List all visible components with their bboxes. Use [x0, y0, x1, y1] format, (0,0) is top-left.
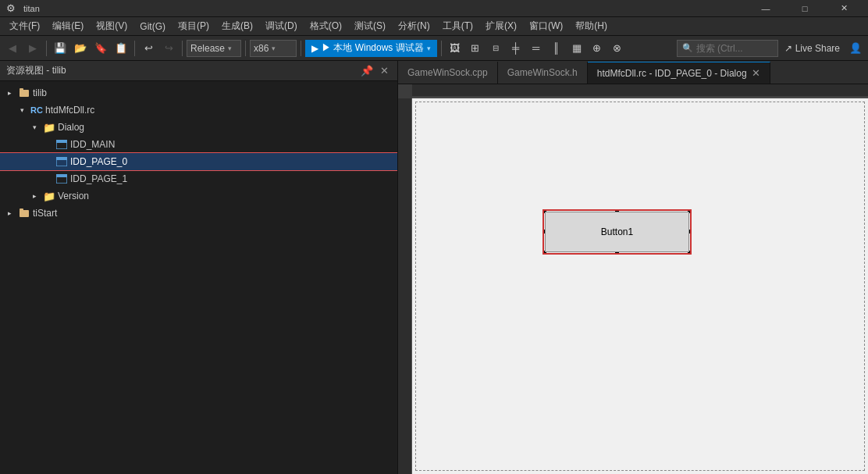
maximize-button[interactable]: □: [787, 0, 823, 17]
tistart-icon: [18, 207, 30, 219]
right-panel: GameWinSock.cpp GameWinSock.h htdMfcDll.…: [398, 61, 868, 474]
toolbar-icon-12[interactable]: ⊗: [608, 39, 627, 58]
toolbar-icon-5[interactable]: ⊞: [466, 39, 485, 58]
idd-page-1-label: IDD_PAGE_1: [70, 173, 127, 184]
live-share-label: Live Share: [795, 43, 840, 54]
toolbar-sep-1: [46, 41, 47, 56]
menu-file[interactable]: 文件(F): [3, 18, 46, 34]
toolbar-icon-10[interactable]: ▦: [567, 39, 586, 58]
tree-item-idd-page-0[interactable]: ▸ IDD_PAGE_0: [0, 153, 397, 170]
tree-item-version[interactable]: ▸ 📁 Version: [0, 187, 397, 205]
htdmfcdll-rc-label: htdMfcDll.rc: [45, 105, 94, 116]
tilib-icon: [18, 87, 30, 99]
app-icon: ⚙: [6, 2, 16, 14]
search-box[interactable]: 🔍: [677, 40, 778, 57]
idd-page-0-icon: [55, 155, 68, 168]
menu-edit[interactable]: 编辑(E): [46, 18, 90, 34]
version-folder-icon: 📁: [43, 190, 55, 202]
svg-rect-8: [20, 210, 29, 217]
tree-item-tilib[interactable]: ▸ tilib: [0, 84, 397, 102]
toolbar-icon-6[interactable]: ⊟: [486, 39, 505, 58]
menu-window[interactable]: 窗口(W): [523, 18, 569, 34]
dialog-area[interactable]: Button1: [412, 98, 868, 474]
idd-main-label: IDD_MAIN: [70, 139, 115, 150]
menu-debug[interactable]: 调试(D): [259, 18, 304, 34]
svg-rect-1: [20, 88, 23, 91]
live-share-icon: ↗: [784, 43, 792, 54]
toolbar-icon-1[interactable]: 💾: [51, 39, 69, 58]
close-button[interactable]: ✕: [826, 0, 862, 17]
menu-git[interactable]: Git(G): [133, 20, 172, 34]
tab-gamewinsock-h[interactable]: GameWinSock.h: [498, 62, 588, 84]
expand-tilib: ▸: [3, 87, 16, 99]
menu-test[interactable]: 测试(S): [348, 18, 392, 34]
toolbar-icon-9[interactable]: ║: [547, 39, 566, 58]
menu-analyze[interactable]: 分析(N): [392, 18, 436, 34]
svg-rect-3: [56, 140, 67, 143]
menu-view[interactable]: 视图(V): [90, 18, 133, 34]
rc-file-icon: RC: [30, 104, 43, 116]
forward-button[interactable]: ▶: [23, 39, 42, 58]
menu-project[interactable]: 项目(P): [172, 18, 215, 34]
close-panel-button[interactable]: ✕: [377, 64, 391, 78]
panel-header: 资源视图 - tilib 📌 ✕: [0, 61, 397, 81]
toolbar-icon-8[interactable]: ═: [527, 39, 546, 58]
svg-rect-7: [56, 174, 67, 177]
tab-label-gamewinsosk-cpp: GameWinSock.cpp: [407, 67, 488, 78]
expand-htdmfcdll: ▾: [16, 104, 28, 116]
platform-dropdown[interactable]: x86 ▾: [250, 40, 297, 57]
tabs-bar: GameWinSock.cpp GameWinSock.h htdMfcDll.…: [398, 61, 868, 84]
dialog-folder-icon: 📁: [43, 121, 55, 134]
main-layout: 资源视图 - tilib 📌 ✕ ▸ tilib ▾ RC htdMfcDll.…: [0, 61, 868, 474]
tree-item-idd-page-1[interactable]: ▸ IDD_PAGE_1: [0, 170, 397, 187]
toolbar-sep-3: [182, 41, 183, 56]
tab-close-icon[interactable]: ✕: [752, 68, 760, 78]
ruler-top-svg: // Will be rendered via CSS background d…: [412, 84, 868, 98]
undo-button[interactable]: ↩: [139, 39, 158, 58]
tab-label-htdmfcdll-dialog: htdMfcDll.rc - IDD_PAGE_0 - Dialog: [597, 68, 747, 79]
play-label: ▶ 本地 Windows 调试器: [322, 41, 424, 55]
back-button[interactable]: ◀: [3, 39, 22, 58]
menu-extensions[interactable]: 扩展(X): [479, 18, 523, 34]
account-icon[interactable]: 👤: [846, 39, 865, 58]
title-bar-controls: — □ ✕: [748, 0, 862, 17]
idd-page-1-icon: [55, 173, 68, 185]
tree-item-dialog[interactable]: ▾ 📁 Dialog: [0, 119, 397, 136]
tab-htdmfcdll-dialog[interactable]: htdMfcDll.rc - IDD_PAGE_0 - Dialog ✕: [588, 62, 770, 84]
live-share-button[interactable]: ↗ Live Share: [780, 40, 845, 57]
toolbar: ◀ ▶ 💾 📂 🔖 📋 ↩ ↪ Release ▾ x86 ▾ ▶ ▶ 本地 W…: [0, 36, 868, 61]
menu-format[interactable]: 格式(O): [304, 18, 348, 34]
toolbar-icon-7[interactable]: ╪: [507, 39, 525, 58]
toolbar-icon-3[interactable]: 🔖: [91, 39, 110, 58]
menu-help[interactable]: 帮助(H): [569, 18, 614, 34]
menu-tools[interactable]: 工具(T): [436, 18, 479, 34]
title-bar: ⚙ titan — □ ✕: [0, 0, 868, 17]
toolbar-icon-2[interactable]: 📂: [71, 39, 90, 58]
toolbar-icon-11[interactable]: ⊕: [588, 39, 607, 58]
toolbar-screenshot[interactable]: 🖼: [446, 39, 464, 58]
panel-title: 资源视图 - tilib: [6, 64, 357, 77]
tab-gamewinsosk-cpp[interactable]: GameWinSock.cpp: [398, 62, 498, 84]
search-icon: 🔍: [682, 43, 693, 53]
play-dropdown-arrow: ▾: [427, 45, 431, 52]
minimize-button[interactable]: —: [748, 0, 784, 17]
tree-item-htdmfcdll-rc[interactable]: ▾ RC htdMfcDll.rc: [0, 102, 397, 119]
tree-item-tistart[interactable]: ▸ tiStart: [0, 205, 397, 222]
platform-dropdown-arrow: ▾: [272, 45, 276, 52]
expand-dialog: ▾: [28, 121, 41, 134]
designer-button1[interactable]: Button1: [545, 212, 689, 252]
menu-bar: 文件(F) 编辑(E) 视图(V) Git(G) 项目(P) 生成(B) 调试(…: [0, 17, 868, 36]
toolbar-icon-4[interactable]: 📋: [112, 39, 130, 58]
config-dropdown-arrow: ▾: [228, 45, 232, 52]
play-button[interactable]: ▶ ▶ 本地 Windows 调试器 ▾: [305, 40, 437, 57]
tistart-label: tiStart: [33, 208, 57, 219]
redo-button[interactable]: ↪: [159, 39, 178, 58]
search-input[interactable]: [696, 43, 767, 54]
config-dropdown[interactable]: Release ▾: [187, 40, 241, 57]
panel-content: ▸ tilib ▾ RC htdMfcDll.rc ▾ 📁 Dialog ▸: [0, 81, 397, 474]
svg-rect-0: [20, 90, 29, 97]
pin-button[interactable]: 📌: [360, 64, 374, 78]
menu-build[interactable]: 生成(B): [215, 18, 259, 34]
tree-item-idd-main[interactable]: ▸ IDD_MAIN: [0, 136, 397, 153]
toolbar-sep-6: [441, 41, 442, 56]
